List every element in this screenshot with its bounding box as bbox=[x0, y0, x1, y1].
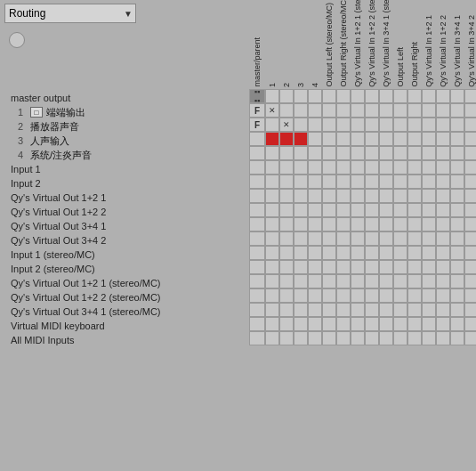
routing-select[interactable]: Routing bbox=[4, 4, 136, 23]
grid-cell-r3-c14[interactable] bbox=[450, 118, 464, 132]
grid-cell-r4-c15[interactable] bbox=[464, 132, 476, 146]
grid-cell-r2-c14[interactable] bbox=[450, 103, 464, 118]
grid-cell-r1-c9[interactable] bbox=[379, 89, 393, 103]
grid-cell-r1-c1[interactable] bbox=[265, 89, 279, 103]
grid-cell-r4-c3[interactable] bbox=[294, 132, 308, 146]
grid-cell-r3-c15[interactable] bbox=[464, 118, 476, 132]
routing-select-wrapper[interactable]: Routing ▼ bbox=[4, 4, 136, 23]
grid-cell-r1-c12[interactable] bbox=[422, 89, 436, 103]
col-header-4: 4 bbox=[308, 0, 322, 89]
grid-cell-r3-c11[interactable] bbox=[407, 118, 422, 132]
source-qy-vout-12-2[interactable]: Qy's Virtual Out 1+2 2 bbox=[11, 207, 189, 217]
grid-cell-r4-c4[interactable] bbox=[308, 132, 322, 146]
grid-cell-r4-c7[interactable] bbox=[351, 132, 365, 146]
grid-cell-r2-c15[interactable] bbox=[464, 103, 476, 118]
grid-cell-r2-c5[interactable] bbox=[322, 103, 336, 118]
source-item-3[interactable]: 3 人声输入 bbox=[11, 134, 189, 148]
grid-cell-r2-c11[interactable] bbox=[407, 103, 422, 118]
grid-cell-r4-c14[interactable] bbox=[450, 132, 464, 146]
grid-row-18 bbox=[249, 331, 476, 345]
source-item-4[interactable]: 4 系统/注炎声音 bbox=[11, 148, 189, 162]
grid-cell-r4-c12[interactable] bbox=[422, 132, 436, 146]
col-header-qy-vin-34-1: Qy's Virtual In 3+4 1 bbox=[450, 0, 464, 89]
grid-cell-r3-c0[interactable]: F bbox=[249, 118, 265, 132]
grid-cell-r2-c0[interactable]: F bbox=[249, 103, 265, 118]
grid-cell-r3-c13[interactable] bbox=[436, 118, 450, 132]
grid-cell-r1-c13[interactable] bbox=[436, 89, 450, 103]
grid-cell-r4-c9[interactable] bbox=[379, 132, 393, 146]
source-qy-vout-34-1-stereo[interactable]: Qy's Virtual Out 3+4 1 (stereo/MC) bbox=[11, 306, 189, 317]
source-qy-vout-12-1-stereo[interactable]: Qy's Virtual Out 1+2 1 (stereo/MC) bbox=[11, 278, 189, 288]
grid-cell-r3-c9[interactable] bbox=[379, 118, 393, 132]
source-item-2[interactable]: 2 播放器声音 bbox=[11, 119, 189, 134]
help-icon[interactable] bbox=[9, 32, 25, 48]
grid-row-2: F ✕ bbox=[249, 103, 476, 118]
grid-cell-r1-c10[interactable] bbox=[393, 89, 407, 103]
grid-cell-r3-c5[interactable] bbox=[322, 118, 336, 132]
grid-cell-r1-c0[interactable]: ▪▪▪▪ bbox=[249, 89, 265, 103]
grid-cell-r2-c10[interactable] bbox=[393, 103, 407, 118]
grid-cell-r3-c2[interactable]: ✕ bbox=[279, 118, 294, 132]
monitor-icon: □ bbox=[30, 107, 43, 118]
grid-cell-r1-c2[interactable] bbox=[279, 89, 294, 103]
grid-cell-r2-c6[interactable] bbox=[336, 103, 351, 118]
grid-cell-r5-c0[interactable] bbox=[249, 146, 265, 160]
grid-cell-r1-c15[interactable] bbox=[464, 89, 476, 103]
grid-cell-r4-c8[interactable] bbox=[365, 132, 379, 146]
grid-cell-r2-c1[interactable]: ✕ bbox=[265, 103, 279, 118]
grid-cell-r2-c7[interactable] bbox=[351, 103, 365, 118]
grid-row-3: F ✕ bbox=[249, 118, 476, 132]
grid-cell-r3-c7[interactable] bbox=[351, 118, 365, 132]
grid-cell-r1-c5[interactable] bbox=[322, 89, 336, 103]
source-qy-vout-12-1[interactable]: Qy's Virtual Out 1+2 1 bbox=[11, 192, 189, 203]
grid-cell-r4-c10[interactable] bbox=[393, 132, 407, 146]
grid-cell-r2-c8[interactable] bbox=[365, 103, 379, 118]
grid-cell-r1-c6[interactable] bbox=[336, 89, 351, 103]
grid-cell-r1-c8[interactable] bbox=[365, 89, 379, 103]
grid-cell-r4-c1[interactable] bbox=[265, 132, 279, 146]
grid-row-6 bbox=[249, 160, 476, 175]
routing-grid: ▪▪▪▪ F ✕ bbox=[249, 89, 476, 345]
col-header-1: 1 bbox=[265, 0, 279, 89]
grid-cell-r4-c6[interactable] bbox=[336, 132, 351, 146]
grid-cell-r3-c4[interactable] bbox=[308, 118, 322, 132]
source-all-midi[interactable]: All MIDI Inputs bbox=[11, 335, 189, 345]
grid-cell-r2-c13[interactable] bbox=[436, 103, 450, 118]
grid-cell-r4-c5[interactable] bbox=[322, 132, 336, 146]
source-input2-stereo[interactable]: Input 2 (stereo/MC) bbox=[11, 264, 189, 274]
source-qy-vout-34-2[interactable]: Qy's Virtual Out 3+4 2 bbox=[11, 235, 189, 246]
source-qy-vout-12-2-stereo[interactable]: Qy's Virtual Out 1+2 2 (stereo/MC) bbox=[11, 292, 189, 303]
source-input2[interactable]: Input 2 bbox=[11, 178, 189, 189]
source-qy-vout-34-1[interactable]: Qy's Virtual Out 3+4 1 bbox=[11, 221, 189, 231]
grid-cell-r1-c3[interactable] bbox=[294, 89, 308, 103]
source-virtual-midi[interactable]: Virtual MIDI keyboard bbox=[11, 321, 189, 331]
grid-row-13 bbox=[249, 260, 476, 274]
grid-cell-r3-c12[interactable] bbox=[422, 118, 436, 132]
source-input1-stereo[interactable]: Input 1 (stereo/MC) bbox=[11, 249, 189, 260]
col-header-3: 3 bbox=[294, 0, 308, 89]
grid-cell-r1-c14[interactable] bbox=[450, 89, 464, 103]
grid-cell-r3-c10[interactable] bbox=[393, 118, 407, 132]
grid-cell-r2-c4[interactable] bbox=[308, 103, 322, 118]
grid-cell-r1-c11[interactable] bbox=[407, 89, 422, 103]
grid-cell-r4-c11[interactable] bbox=[407, 132, 422, 146]
grid-row-7 bbox=[249, 175, 476, 189]
source-group-master-output: master output bbox=[11, 93, 189, 103]
grid-cell-r3-c8[interactable] bbox=[365, 118, 379, 132]
grid-cell-r2-c3[interactable] bbox=[294, 103, 308, 118]
grid-cell-r2-c9[interactable] bbox=[379, 103, 393, 118]
source-input1[interactable]: Input 1 bbox=[11, 164, 189, 175]
grid-cell-r2-c12[interactable] bbox=[422, 103, 436, 118]
grid-cell-r1-c7[interactable] bbox=[351, 89, 365, 103]
grid-cell-r4-c2[interactable] bbox=[279, 132, 294, 146]
grid-cell-r1-c4[interactable] bbox=[308, 89, 322, 103]
grid-cell-r2-c2[interactable] bbox=[279, 103, 294, 118]
grid-cell-r5-c1[interactable] bbox=[265, 146, 279, 160]
grid-cell-r3-c6[interactable] bbox=[336, 118, 351, 132]
grid-cell-r4-c13[interactable] bbox=[436, 132, 450, 146]
col-header-qy-vin-12-1-stereo: Qy's Virtual In 1+2 1 (stereo/MC) bbox=[351, 0, 365, 89]
grid-cell-r3-c1[interactable] bbox=[265, 118, 279, 132]
grid-cell-r4-c0[interactable] bbox=[249, 132, 265, 146]
grid-cell-r3-c3[interactable] bbox=[294, 118, 308, 132]
source-item-1[interactable]: 1 □ 端端输出 bbox=[11, 105, 189, 119]
